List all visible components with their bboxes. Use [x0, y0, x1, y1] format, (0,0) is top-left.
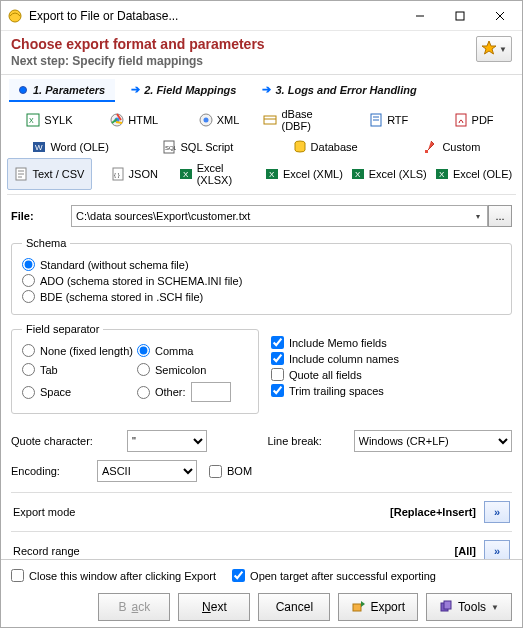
- browse-button[interactable]: ...: [488, 205, 512, 227]
- excel-icon: X: [351, 167, 365, 181]
- chevron-down-icon: ▼: [499, 45, 507, 54]
- opt-memo[interactable]: Include Memo fields: [271, 336, 512, 349]
- format-sql[interactable]: SQLSQL Script: [134, 136, 261, 158]
- rtf-icon: [369, 113, 383, 127]
- separator-legend: Field separator: [22, 323, 103, 335]
- next-button[interactable]: Next: [178, 593, 250, 621]
- sep-comma[interactable]: Comma: [137, 344, 248, 357]
- bottom-bar: Close this window after clicking Export …: [1, 559, 522, 627]
- custom-icon: [424, 140, 438, 154]
- expand-export-mode[interactable]: »: [484, 501, 510, 523]
- page-title: Choose export format and parameters: [11, 36, 476, 52]
- encoding-label: Encoding:: [11, 465, 91, 477]
- opt-quote[interactable]: Quote all fields: [271, 368, 512, 381]
- minimize-button[interactable]: [400, 2, 440, 30]
- encoding-combo[interactable]: ASCII: [97, 460, 197, 482]
- quote-combo[interactable]: ": [127, 430, 207, 452]
- opt-cols[interactable]: Include column names: [271, 352, 512, 365]
- favorites-button[interactable]: ▼: [476, 36, 512, 62]
- svg-text:{ }: { }: [114, 172, 120, 178]
- svg-text:SQL: SQL: [165, 145, 176, 151]
- svg-text:X: X: [183, 170, 189, 179]
- bullet-icon: [19, 86, 27, 94]
- sep-other[interactable]: Other:: [137, 382, 248, 402]
- format-rtf[interactable]: RTF: [346, 104, 431, 136]
- ellipsis-icon: ...: [495, 210, 504, 222]
- svg-rect-12: [264, 116, 276, 124]
- close-button[interactable]: [480, 2, 520, 30]
- schema-ado[interactable]: ADO (schema stored in SCHEMA.INI file): [22, 274, 501, 287]
- svg-marker-5: [482, 41, 496, 54]
- format-json[interactable]: { }JSON: [92, 158, 177, 190]
- dbase-icon: [263, 113, 277, 127]
- parameters-panel: File: ▾ ... Schema Standard (without sch…: [1, 197, 522, 559]
- svg-point-0: [9, 10, 21, 22]
- format-xls[interactable]: XExcel (XLS): [346, 158, 431, 190]
- svg-text:W: W: [35, 143, 43, 152]
- schema-bde[interactable]: BDE (schema stored in .SCH file): [22, 290, 501, 303]
- json-icon: { }: [111, 167, 125, 181]
- svg-text:X: X: [29, 117, 34, 124]
- svg-rect-38: [353, 604, 361, 611]
- section-record-range: Record range [All] »: [11, 531, 512, 559]
- format-sylk[interactable]: XSYLK: [7, 104, 92, 136]
- tools-icon: [439, 599, 453, 616]
- format-excel-ole[interactable]: XExcel (OLE): [431, 158, 516, 190]
- sep-tab[interactable]: Tab: [22, 363, 133, 376]
- tab-field-mappings[interactable]: ➔2. Field Mappings: [121, 79, 246, 102]
- expand-record-range[interactable]: »: [484, 540, 510, 559]
- chrome-icon: [199, 113, 213, 127]
- opt-bom[interactable]: BOM: [209, 465, 252, 478]
- format-text-csv[interactable]: Text / CSV: [7, 158, 92, 190]
- schema-legend: Schema: [22, 237, 70, 249]
- sep-none[interactable]: None (fixed length): [22, 344, 133, 357]
- format-word[interactable]: WWord (OLE): [7, 136, 134, 158]
- svg-rect-23: [425, 150, 428, 153]
- format-custom[interactable]: Custom: [389, 136, 516, 158]
- svg-text:X: X: [269, 170, 275, 179]
- excel-icon: X: [435, 167, 449, 181]
- linebreak-combo[interactable]: Windows (CR+LF): [354, 430, 513, 452]
- format-excel-xml[interactable]: XExcel (XML): [261, 158, 346, 190]
- tab-logs[interactable]: ➔3. Logs and Error Handling: [252, 79, 426, 102]
- double-chevron-icon: »: [494, 506, 500, 518]
- format-html[interactable]: HTML: [92, 104, 177, 136]
- chevron-down-icon: ▼: [491, 603, 499, 612]
- export-dialog: Export to File or Database... Choose exp…: [0, 0, 523, 628]
- cancel-button[interactable]: Cancel: [258, 593, 330, 621]
- format-pdf[interactable]: PDF: [431, 104, 516, 136]
- sep-other-input[interactable]: [191, 382, 231, 402]
- sylk-icon: X: [26, 113, 40, 127]
- export-button[interactable]: Export: [338, 593, 418, 621]
- tools-button[interactable]: Tools ▼: [426, 593, 512, 621]
- header: Choose export format and parameters Next…: [1, 31, 522, 75]
- opt-close-window[interactable]: Close this window after clicking Export: [11, 569, 216, 582]
- back-button[interactable]: Back: [98, 593, 170, 621]
- app-icon: [7, 8, 23, 24]
- sep-space[interactable]: Space: [22, 382, 133, 402]
- window-title: Export to File or Database...: [29, 9, 400, 23]
- sql-icon: SQL: [162, 140, 176, 154]
- format-xlsx[interactable]: XExcel (XLSX): [177, 158, 262, 190]
- page-subtitle: Next step: Specify field mappings: [11, 54, 476, 68]
- format-xml[interactable]: XML: [177, 104, 262, 136]
- maximize-button[interactable]: [440, 2, 480, 30]
- chrome-icon: [110, 113, 124, 127]
- titlebar: Export to File or Database...: [1, 1, 522, 31]
- schema-standard[interactable]: Standard (without schema file): [22, 258, 501, 271]
- format-dbase[interactable]: dBase (DBF): [261, 104, 346, 136]
- svg-rect-40: [444, 601, 451, 609]
- opt-open-target[interactable]: Open target after successful exporting: [232, 569, 436, 582]
- file-path-input[interactable]: [71, 205, 488, 227]
- step-tabs: 1. Parameters ➔2. Field Mappings ➔3. Log…: [1, 75, 522, 102]
- tab-parameters[interactable]: 1. Parameters: [9, 79, 115, 102]
- format-database[interactable]: Database: [262, 136, 389, 158]
- text-icon: [14, 167, 28, 181]
- database-icon: [293, 140, 307, 154]
- excel-icon: X: [265, 167, 279, 181]
- format-grid: XSYLK HTML XML dBase (DBF) RTF PDF WWord…: [1, 102, 522, 192]
- chevron-down-icon[interactable]: ▾: [476, 212, 480, 221]
- svg-text:X: X: [355, 170, 361, 179]
- sep-semicolon[interactable]: Semicolon: [137, 363, 248, 376]
- opt-trim[interactable]: Trim trailing spaces: [271, 384, 512, 397]
